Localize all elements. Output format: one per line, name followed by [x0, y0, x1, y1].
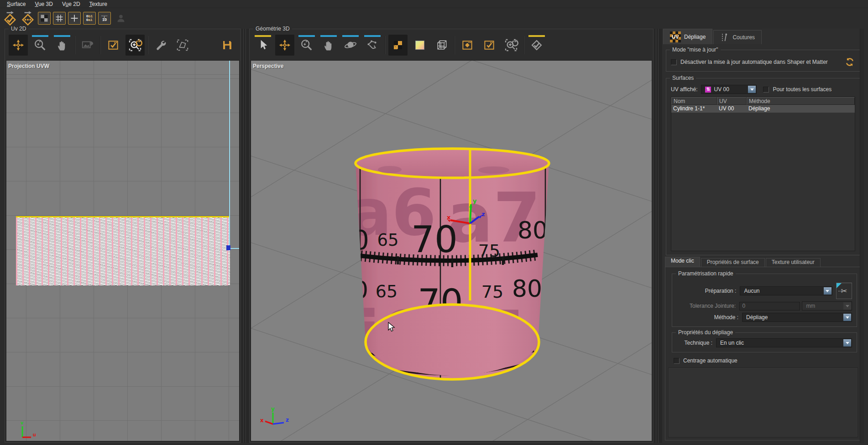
binary-labels-icon[interactable]: 00b1b10a1 — [83, 12, 96, 25]
cut-seams-button[interactable]: ✂ — [836, 283, 852, 299]
uv-checker-icon: UV — [670, 31, 681, 42]
settings-wrench-icon[interactable] — [151, 35, 170, 56]
uv-island[interactable] — [16, 216, 230, 285]
table-row[interactable]: Cylindre 1-1* UV 00 Dépliage — [671, 105, 855, 113]
unfold-check-icon[interactable] — [2, 10, 18, 26]
auto-center-checkbox[interactable] — [674, 358, 680, 364]
svg-text:70: 70 — [418, 282, 463, 323]
main-toolbar: 00b1b10a1 ''|''10 — [0, 9, 868, 28]
cylinder-scene: a6 a7 j6 j7 — [251, 61, 652, 441]
svg-text:v: v — [21, 420, 24, 425]
technique-select[interactable]: En un clic — [716, 338, 852, 347]
pan-tool-icon[interactable] — [319, 35, 338, 56]
disable-update-label: Désactiver la mise à jour automatique da… — [680, 59, 828, 65]
cell-name: Cylindre 1-1* — [671, 105, 717, 113]
move-tool-icon[interactable] — [9, 35, 28, 56]
chevron-down-icon — [843, 314, 851, 321]
all-surfaces-checkbox[interactable] — [763, 87, 769, 93]
column-nom[interactable]: Nom — [671, 97, 717, 105]
inspect-zoom-icon[interactable] — [502, 35, 521, 56]
geo3d-viewport[interactable]: Perspective — [251, 60, 652, 441]
sidebar-tabs: UV Dépliage Coutures — [662, 29, 864, 44]
chevron-down-icon — [748, 86, 756, 93]
cell-method: Dépliage — [747, 105, 855, 113]
unfold-props-title: Propriétés du dépliage — [676, 329, 735, 336]
method-select[interactable]: Dépliage — [742, 313, 852, 322]
svg-text:60: 60 — [338, 276, 368, 304]
tolerance-input[interactable] — [739, 302, 800, 310]
svg-text:z: z — [481, 211, 485, 217]
svg-text:60: 60 — [335, 225, 369, 256]
uv2d-viewport-label: Projection UVW — [8, 63, 49, 69]
world-axis-indicator: y x z — [260, 406, 289, 424]
manipulator-tool-icon[interactable] — [363, 35, 382, 56]
panel-scrollbar[interactable] — [860, 29, 864, 443]
uv2d-panel: Uv 2D Projection UVW v — [5, 29, 241, 443]
wireframe-icon[interactable] — [432, 35, 451, 56]
save-icon[interactable] — [218, 35, 237, 56]
svg-text:80: 80 — [512, 275, 542, 302]
island-select-icon[interactable] — [173, 35, 192, 56]
pan-tool-icon[interactable] — [52, 35, 72, 56]
svg-text:70: 70 — [411, 218, 458, 261]
splitter-right[interactable] — [654, 29, 662, 443]
uv-cursor-hline — [229, 248, 239, 249]
update-mode-title: Mode "mise à jour" — [670, 47, 721, 53]
column-methode[interactable]: Méthode — [747, 97, 855, 105]
svg-text:75: 75 — [478, 241, 500, 261]
tolerance-label: Tolerance Jointure: — [677, 303, 736, 309]
disable-update-checkbox[interactable] — [671, 59, 677, 65]
splitter-left[interactable] — [241, 29, 249, 443]
empty-options-area — [668, 367, 858, 437]
unfold-options-icon[interactable] — [20, 10, 36, 26]
zoom-tool-icon[interactable] — [297, 35, 316, 56]
chevron-down-icon — [843, 302, 851, 310]
column-uv-affiche[interactable]: UV affiché — [717, 97, 747, 105]
tab-coutures[interactable]: Coutures — [713, 30, 762, 44]
menu-vue-2d[interactable]: Vue 2D — [58, 0, 84, 8]
auto-frame-toggle-icon[interactable] — [104, 35, 123, 56]
unfold-props-group: Propriétés du dépliage Technique : En un… — [672, 332, 857, 352]
chevron-down-icon — [824, 287, 831, 295]
frame-diamond-icon[interactable] — [458, 35, 477, 56]
move-tool-icon[interactable] — [275, 35, 294, 56]
menu-vue-3d[interactable]: Vue 3D — [31, 0, 57, 8]
gradient-texture-icon[interactable] — [410, 35, 429, 56]
menu-texture[interactable]: Texture — [85, 0, 111, 8]
frame-check-icon[interactable] — [480, 35, 499, 56]
application-window: Surface Vue 3D Vue 2D Texture 00b1b10a1 … — [0, 0, 868, 445]
cross-display-icon[interactable] — [68, 12, 81, 25]
ruler-10-icon[interactable]: ''|''10 — [98, 12, 111, 25]
tab-mode-clic[interactable]: Mode clic — [665, 257, 700, 267]
tab-depliage[interactable]: UV Dépliage — [663, 29, 712, 44]
svg-text:x: x — [447, 214, 451, 221]
preparation-label: Préparation : — [677, 288, 736, 294]
chevron-down-icon — [843, 339, 851, 347]
tab-proprietes-surface[interactable]: Propriétés de surface — [701, 258, 765, 267]
menu-surface[interactable]: Surface — [3, 0, 30, 8]
menu-bar: Surface Vue 3D Vue 2D Texture — [0, 0, 868, 8]
uv2d-viewport[interactable]: Projection UVW v u — [6, 60, 240, 441]
checker-display-icon[interactable] — [38, 12, 51, 25]
image-transfer-icon[interactable] — [78, 35, 97, 56]
refresh-icon[interactable] — [844, 57, 855, 67]
method-label: Méthode : — [677, 314, 738, 321]
tolerance-unit-select[interactable]: mm — [802, 301, 852, 310]
select-tool-icon[interactable] — [253, 35, 272, 56]
all-surfaces-label: Pour toutes les surfaces — [773, 86, 831, 93]
uv-displayed-select[interactable]: ⇅ UV 00 — [701, 85, 757, 94]
surfaces-table: Nom UV affiché Méthode Cylindre 1-1* UV … — [671, 97, 855, 251]
checker-texture-icon[interactable] — [388, 35, 408, 56]
surfaces-table-header: Nom UV affiché Méthode — [671, 97, 855, 105]
tab-texture-utilisateur[interactable]: Texture utilisateur — [766, 258, 821, 267]
unfold-check-tool-icon[interactable] — [527, 35, 546, 56]
grid-display-icon[interactable] — [53, 12, 66, 25]
orbit-tool-icon[interactable] — [341, 35, 360, 56]
uv2d-toolbar — [6, 31, 240, 59]
user-icon[interactable] — [113, 10, 129, 26]
uv-cursor-marker[interactable] — [226, 245, 230, 250]
zoom-tool-icon[interactable] — [31, 35, 50, 56]
svg-text:65: 65 — [376, 281, 397, 301]
preparation-select[interactable]: Aucun — [740, 286, 832, 295]
inspect-zoom-toggle-icon[interactable] — [125, 35, 145, 56]
